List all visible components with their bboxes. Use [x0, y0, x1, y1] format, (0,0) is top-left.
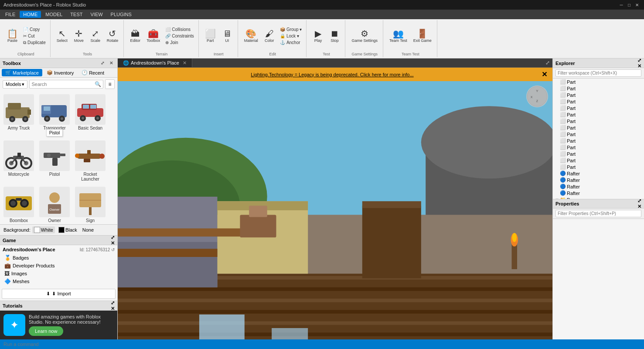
tree-item[interactable]: ⬜Part: [553, 105, 644, 111]
toolbox-expand-button[interactable]: ⤢: [99, 60, 106, 67]
game-title-row: Andresitodown's Place Id: 1274676312 ↺: [3, 247, 115, 252]
tree-item[interactable]: ⬜Part: [553, 92, 644, 98]
rotate-button[interactable]: ↺ Rotate: [104, 28, 121, 44]
game-tree-developer-products[interactable]: 💼 Developer Products: [3, 262, 115, 270]
paste-button[interactable]: 📋 Paste: [4, 28, 20, 44]
scale-button[interactable]: ⤢ Scale: [88, 28, 103, 44]
menu-home[interactable]: HOME: [20, 11, 41, 18]
bg-white-button[interactable]: White: [32, 226, 55, 233]
minimize-button[interactable]: ─: [618, 1, 625, 8]
anchor-button[interactable]: ⚓ Anchor: [278, 40, 304, 45]
tutorials-expand-button[interactable]: ⤢: [111, 300, 115, 306]
game-header-controls: ⤢ ✕: [111, 235, 115, 246]
notification-close-button[interactable]: ✕: [542, 70, 547, 79]
svg-rect-71: [118, 229, 245, 237]
tree-item[interactable]: ⬜Part: [553, 131, 644, 137]
tree-item[interactable]: 🔵Rafter: [553, 170, 644, 177]
ui-button[interactable]: 🖥 UI: [219, 28, 235, 44]
list-item[interactable]: Basic Sedan: [73, 92, 107, 137]
menu-plugins[interactable]: PLUGINS: [107, 11, 135, 18]
list-item[interactable]: Rocket Launcher: [73, 139, 107, 183]
explorer-filter-input[interactable]: [555, 69, 641, 77]
viewport-tab-close[interactable]: ✕: [183, 60, 187, 66]
tree-item[interactable]: ⬜Part: [553, 151, 644, 157]
models-dropdown[interactable]: Models ▾: [3, 80, 27, 89]
svg-rect-70: [362, 201, 421, 208]
close-button[interactable]: ✕: [634, 1, 641, 8]
game-settings-button[interactable]: ⚙ Game Settings: [349, 28, 380, 44]
properties-expand-button[interactable]: ⤢: [637, 198, 641, 204]
game-tree-meshes[interactable]: 🔷 Meshes: [3, 277, 115, 285]
tab-inventory[interactable]: 📦 Inventory: [43, 69, 77, 76]
menu-model[interactable]: MODEL: [42, 11, 66, 18]
tab-marketplace[interactable]: 🛒 Marketplace: [2, 69, 42, 76]
collisions-button[interactable]: ⬜ Collisions: [164, 27, 196, 32]
exit-game-button[interactable]: 🚪 Exit Game: [411, 28, 434, 44]
tree-item[interactable]: ⬜Part: [553, 111, 644, 118]
search-button[interactable]: 🔍: [93, 80, 103, 88]
tree-item[interactable]: ⬜Part: [553, 164, 644, 170]
tree-item[interactable]: 🔵Rafter: [553, 177, 644, 183]
list-item[interactable]: Owner Owner: [37, 185, 72, 224]
tab-recent[interactable]: 🕐 Recent: [78, 69, 108, 76]
tab-viewport-place[interactable]: 🌐 Andresitodown's Place ✕: [118, 58, 192, 67]
group-button[interactable]: 📦 Group ▾: [278, 27, 304, 32]
move-button[interactable]: ✛ Move: [71, 28, 87, 44]
list-item[interactable]: Motorcycle: [2, 139, 36, 183]
game-expand-button[interactable]: ⤢: [111, 235, 115, 240]
tutorials-close-button[interactable]: ✕: [111, 306, 115, 311]
color-button[interactable]: 🖌 Color: [262, 28, 277, 44]
play-button[interactable]: ▶ Play: [310, 28, 326, 44]
command-input[interactable]: [3, 342, 641, 347]
menu-file[interactable]: FILE: [2, 11, 19, 18]
toolbox-button[interactable]: 🧰 Toolbox: [144, 28, 163, 44]
copy-button[interactable]: 📄 Copy: [21, 27, 48, 32]
list-item[interactable]: Army Truck: [2, 92, 36, 137]
tree-item[interactable]: 🔵Rafter: [553, 190, 644, 196]
tree-item[interactable]: ⬜Part: [553, 118, 644, 124]
viewport-maximize-button[interactable]: ⤢: [543, 58, 552, 67]
tree-item[interactable]: 🔵Rafter: [553, 183, 644, 190]
cut-button[interactable]: ✂ Cut: [21, 33, 48, 39]
stop-button[interactable]: ⏹ Stop: [327, 28, 342, 44]
search-input[interactable]: [30, 81, 93, 88]
bg-black-button[interactable]: Black: [57, 226, 79, 233]
tree-item[interactable]: ⬜Part: [553, 157, 644, 164]
duplicate-button[interactable]: ⧉ Duplicate: [21, 40, 48, 46]
tree-item[interactable]: ⬜Part: [553, 85, 644, 92]
maximize-button[interactable]: □: [626, 1, 633, 8]
menu-test[interactable]: TEST: [67, 11, 86, 18]
join-button[interactable]: ⊕ Join: [164, 40, 196, 45]
list-item[interactable]: Boombox: [2, 185, 36, 224]
list-item[interactable]: Sign: [73, 185, 107, 224]
game-tree-badges[interactable]: 🏅 Badges: [3, 254, 115, 262]
learn-now-button[interactable]: Learn now: [29, 326, 63, 336]
part-button[interactable]: ⬜ Part: [202, 28, 218, 44]
tree-item[interactable]: ⬜Part: [553, 144, 644, 151]
game-tree-images[interactable]: 🖼 Images: [3, 270, 115, 277]
import-button[interactable]: ⬇ ⬇ Import: [2, 289, 116, 299]
tree-item[interactable]: ⬜Part: [553, 79, 644, 85]
menu-view[interactable]: VIEW: [87, 11, 106, 18]
toolbox-close-button[interactable]: ✕: [108, 60, 115, 67]
game-refresh-button[interactable]: ↺: [111, 247, 115, 252]
explorer-expand-button[interactable]: ⤢: [637, 58, 641, 63]
list-item[interactable]: Pistol Pistol: [37, 139, 72, 183]
terrain-editor-button[interactable]: 🏔 Editor: [127, 28, 143, 44]
constraints-button[interactable]: 🔗 Constraints: [164, 33, 196, 39]
tree-item[interactable]: ⬜Part: [553, 98, 644, 105]
select-button[interactable]: ↖ Select: [54, 28, 70, 44]
team-test-button[interactable]: 👥 Team Test: [387, 28, 410, 44]
viewport[interactable]: Y Z X: [118, 81, 552, 339]
viewport-area: 🌐 Andresitodown's Place ✕ ⤢ Lighting.Tec…: [118, 58, 552, 339]
material-button[interactable]: 🎨 Material: [242, 28, 261, 44]
lock-button[interactable]: 🔒 Lock ▾: [278, 33, 304, 39]
copy-icon: 📄: [23, 27, 28, 32]
bg-none-button[interactable]: None: [81, 227, 95, 233]
properties-header: Properties ⤢ ✕: [553, 199, 644, 209]
tree-item[interactable]: ⬜Part: [553, 137, 644, 144]
tree-item[interactable]: ⬜Part: [553, 124, 644, 131]
filter-button[interactable]: ≡: [105, 79, 115, 89]
notification-text[interactable]: Lighting.Technology = Legacy is being de…: [123, 72, 542, 77]
properties-filter-input[interactable]: [555, 210, 641, 217]
